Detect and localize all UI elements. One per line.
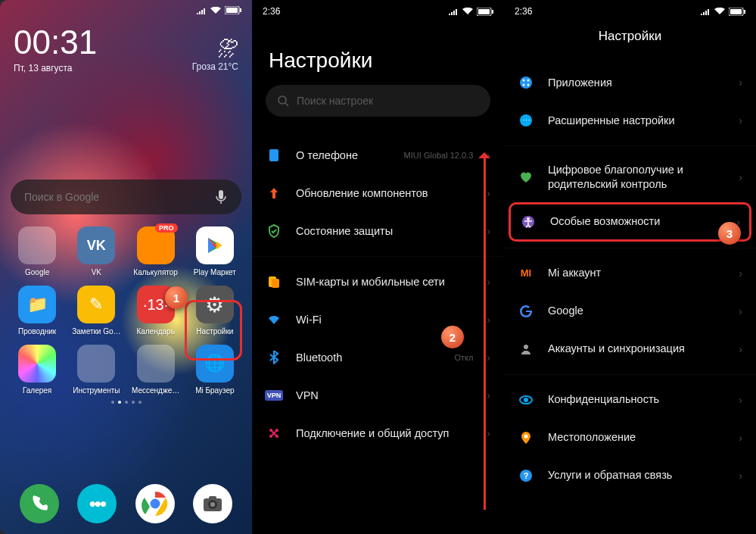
mi-icon: MI xyxy=(518,265,534,282)
settings-group: О телефонеMIUI Global 12.0.3›Обновление … xyxy=(252,130,504,250)
settings-group: SIM-карты и мобильные сети›Wi-Fi›Bluetoo… xyxy=(252,256,504,452)
settings-scrolled: 2:36 Настройки Приложения›⋯Расширенные н… xyxy=(504,0,756,534)
settings-row-vpn[interactable]: VPNVPN› xyxy=(252,376,504,414)
chevron-right-icon: › xyxy=(739,77,742,89)
wifi-icon xyxy=(462,8,474,15)
app-label: Проводник xyxy=(18,327,56,336)
google-icon xyxy=(518,303,534,320)
scroll-arrow xyxy=(484,154,486,510)
app-play-маркет[interactable]: Play Маркет xyxy=(185,223,244,279)
settings-row-sharing[interactable]: Подключение и общий доступ› xyxy=(252,414,504,452)
svg-point-18 xyxy=(269,429,272,432)
mic-icon[interactable] xyxy=(214,189,228,205)
chevron-right-icon: › xyxy=(487,351,490,364)
app-label: Mi Браузер xyxy=(195,386,235,395)
chevron-right-icon: › xyxy=(739,114,742,126)
svg-rect-1 xyxy=(226,8,238,13)
row-label: О телефоне xyxy=(296,148,390,163)
settings-row-apps[interactable]: Приложения› xyxy=(504,64,756,101)
security-icon xyxy=(266,223,282,239)
chevron-right-icon: › xyxy=(739,343,742,355)
privacy-icon xyxy=(518,392,534,408)
feedback-icon: ? xyxy=(518,467,534,484)
settings-row-privacy[interactable]: Конфиденциальность› xyxy=(504,381,756,419)
sim-icon xyxy=(266,273,282,290)
settings-search[interactable]: Поиск настроек xyxy=(266,85,490,117)
app-заметки-go-[interactable]: ✎Заметки Go… xyxy=(67,283,126,339)
app-label: Заметки Go… xyxy=(72,327,120,336)
settings-row-mi[interactable]: MIMi аккаунт› xyxy=(504,255,756,292)
row-label: Подключение и общий доступ xyxy=(296,426,473,441)
settings-row-sim[interactable]: SIM-карты и мобильные сети› xyxy=(252,263,504,301)
homescreen: 00:31 Пт, 13 августа ⛈ Гроза 21°C Google… xyxy=(0,0,252,534)
chevron-right-icon: › xyxy=(739,267,742,279)
app-калькулятор[interactable]: PROКалькулятор xyxy=(126,223,185,279)
chrome-icon[interactable] xyxy=(135,484,175,523)
svg-text:⋯: ⋯ xyxy=(522,116,530,125)
status-bar: 2:36 xyxy=(504,0,756,20)
row-label: Особые возможности xyxy=(550,214,723,229)
app-icon xyxy=(18,345,56,383)
settings-row-security[interactable]: Состояние защиты› xyxy=(252,212,504,250)
status-time: 2:36 xyxy=(515,6,532,17)
chevron-right-icon: › xyxy=(487,276,490,288)
settings-row-wifi[interactable]: Wi-Fi› xyxy=(252,301,504,339)
row-sub: Откл xyxy=(454,353,473,362)
battery-icon xyxy=(477,8,493,16)
wifi-icon xyxy=(210,7,222,14)
google-search-bar[interactable] xyxy=(11,180,241,214)
settings-row-location[interactable]: Местоположение› xyxy=(504,419,756,457)
search-input[interactable] xyxy=(24,191,214,203)
row-label: Mi аккаунт xyxy=(548,266,711,280)
wifi-icon xyxy=(266,311,282,328)
app-галерея[interactable]: Галерея xyxy=(8,342,67,398)
app-icon: ✎ xyxy=(77,286,115,323)
app-инструменты[interactable]: Инструменты xyxy=(67,342,126,398)
app-icon: PRO xyxy=(137,226,175,264)
advanced-icon: ⋯ xyxy=(518,112,534,129)
settings-row-wellbeing[interactable]: Цифровое благополучие и родительский кон… xyxy=(504,152,756,202)
svg-point-9 xyxy=(210,502,215,507)
phone-icon[interactable] xyxy=(20,484,59,523)
weather-icon: ⛈ xyxy=(192,36,238,61)
app-проводник[interactable]: 📁Проводник xyxy=(8,283,67,339)
settings-row-google[interactable]: Google› xyxy=(504,292,756,330)
settings-row-advanced[interactable]: ⋯Расширенные настройки› xyxy=(504,101,756,139)
row-label: Wi-Fi xyxy=(296,313,459,327)
app-label: Мессендже… xyxy=(132,386,179,395)
status-right xyxy=(700,8,745,16)
row-label: Услуги и обратная связь xyxy=(548,468,725,482)
dock: ••• xyxy=(0,484,252,523)
weather-widget[interactable]: ⛈ Гроза 21°C xyxy=(192,36,238,72)
app-vk[interactable]: VKVK xyxy=(67,223,126,279)
chevron-right-icon: › xyxy=(487,314,490,326)
chevron-right-icon: › xyxy=(739,394,742,406)
settings-row-update[interactable]: Обновление компонентов› xyxy=(252,174,504,212)
settings-row-access[interactable]: Особые возможности› xyxy=(509,202,751,242)
svg-point-14 xyxy=(278,96,286,104)
camera-icon[interactable] xyxy=(193,484,232,523)
svg-point-29 xyxy=(527,84,530,86)
page-dots xyxy=(0,401,252,404)
messages-icon[interactable]: ••• xyxy=(77,484,117,523)
settings-row-sync[interactable]: Аккаунты и синхронизация› xyxy=(504,330,756,368)
app-мессендже-[interactable]: Мессендже… xyxy=(126,342,185,398)
svg-rect-23 xyxy=(730,9,742,14)
sync-icon xyxy=(518,341,534,358)
app-google[interactable]: Google xyxy=(8,223,67,279)
settings-list: О телефонеMIUI Global 12.0.3›Обновление … xyxy=(252,130,504,452)
svg-point-34 xyxy=(524,345,528,349)
settings-group: Приложения›⋯Расширенные настройки› xyxy=(504,58,756,139)
settings-row-bt[interactable]: BluetoothОткл› xyxy=(252,339,504,376)
row-label: Конфиденциальность xyxy=(548,392,725,407)
settings-row-about[interactable]: О телефонеMIUI Global 12.0.3› xyxy=(252,136,504,174)
status-right xyxy=(448,8,493,16)
row-label: VPN xyxy=(296,389,473,403)
svg-rect-24 xyxy=(744,10,745,14)
svg-point-20 xyxy=(269,435,272,438)
settings-row-feedback[interactable]: ?Услуги и обратная связь› xyxy=(504,457,756,495)
svg-point-21 xyxy=(275,435,278,438)
app-label: Калькулятор xyxy=(133,268,178,276)
svg-point-25 xyxy=(520,77,532,89)
chevron-right-icon: › xyxy=(739,432,742,444)
